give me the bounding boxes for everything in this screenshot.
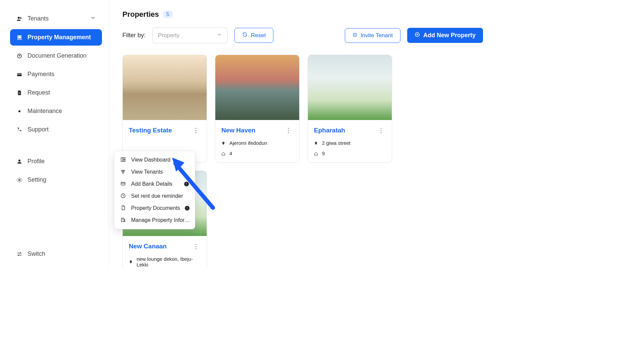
sidebar-item-label: Support xyxy=(28,126,49,133)
cm-property-documents[interactable]: Property Documents ! xyxy=(114,202,195,214)
invite-label: Invite Tenant xyxy=(361,32,393,39)
svg-point-25 xyxy=(122,172,124,173)
svg-point-13 xyxy=(18,160,20,162)
add-property-button[interactable]: Add New Property xyxy=(407,28,483,43)
sidebar-item-setting[interactable]: Setting xyxy=(10,172,102,188)
tenants-icon xyxy=(120,169,126,175)
alert-badge-icon: ! xyxy=(185,206,190,210)
svg-rect-4 xyxy=(20,36,20,37)
cm-label: Manage Property Infor… xyxy=(131,217,190,223)
sidebar-item-profile[interactable]: Profile xyxy=(10,153,102,170)
cm-view-tenants[interactable]: View Tenants xyxy=(114,166,195,178)
filter-bar: Filter by: Property Reset Invite Tenant xyxy=(122,27,483,43)
pin-icon xyxy=(221,141,226,145)
pin-icon xyxy=(129,259,133,264)
svg-point-1 xyxy=(20,17,22,19)
invite-tenant-button[interactable]: Invite Tenant xyxy=(345,28,400,43)
bank-icon xyxy=(120,181,126,187)
dropdown-placeholder: Property xyxy=(158,32,179,39)
cm-set-reminder[interactable]: Set rent due reminder xyxy=(114,190,195,202)
svg-point-0 xyxy=(18,17,20,19)
svg-rect-11 xyxy=(19,93,20,94)
property-image xyxy=(123,55,207,120)
card-menu-button[interactable]: ⋮ xyxy=(284,125,293,135)
property-name: New Haven xyxy=(221,127,255,134)
sidebar-item-label: Request xyxy=(28,89,50,96)
property-name: New Canaan xyxy=(129,243,167,250)
doc-icon xyxy=(120,205,126,211)
property-name: Testing Estate xyxy=(129,127,172,134)
sidebar: Tenants Property Management Document Gen… xyxy=(0,0,109,268)
property-filter-dropdown[interactable]: Property xyxy=(152,27,228,43)
svg-point-12 xyxy=(18,110,20,112)
property-address: new lounge dekon, Ibeju-Lekki xyxy=(137,256,201,267)
svg-point-17 xyxy=(223,142,224,143)
property-card[interactable]: Epharatah ⋮ 2 giwa street 9 xyxy=(308,55,392,163)
card-icon xyxy=(16,71,23,78)
svg-rect-6 xyxy=(20,38,20,38)
cm-label: View Tenants xyxy=(131,169,163,175)
svg-rect-3 xyxy=(18,36,19,37)
sidebar-item-label: Property Management xyxy=(28,34,91,41)
user-icon xyxy=(16,158,23,165)
document-icon xyxy=(16,53,23,59)
gear-icon xyxy=(16,177,23,183)
home-icon xyxy=(314,151,319,156)
sidebar-item-property-management[interactable]: Property Management xyxy=(10,29,102,46)
dashboard-icon xyxy=(120,157,126,163)
svg-point-24 xyxy=(123,170,125,171)
home-icon xyxy=(221,151,226,156)
cm-label: View Dashboard xyxy=(131,157,170,163)
add-label: Add New Property xyxy=(423,32,476,39)
sidebar-item-switch[interactable]: Switch xyxy=(10,246,102,262)
sidebar-item-maintenance[interactable]: Maintenance xyxy=(10,103,102,119)
filter-label: Filter by: xyxy=(122,32,146,39)
sidebar-item-document-generation[interactable]: Document Generation xyxy=(10,48,102,64)
property-units: 4 xyxy=(229,150,232,156)
file-icon xyxy=(16,89,23,96)
card-menu-button[interactable]: ⋮ xyxy=(377,125,386,135)
card-menu-button[interactable]: ⋮ xyxy=(192,125,201,135)
cm-view-dashboard[interactable]: View Dashboard xyxy=(114,154,195,166)
count-badge: 5 xyxy=(163,11,173,18)
card-menu-button[interactable]: ⋮ xyxy=(192,241,201,251)
reset-button[interactable]: Reset xyxy=(234,28,273,43)
switch-icon xyxy=(16,251,23,257)
chevron-down-icon xyxy=(90,15,96,22)
chevron-down-icon xyxy=(217,32,222,39)
property-card[interactable]: New Haven ⋮ Ajeromi ifedodun 4 xyxy=(215,55,300,163)
property-address: Ajeromi ifedodun xyxy=(229,140,267,146)
manage-icon xyxy=(120,217,126,223)
property-context-menu: View Dashboard View Tenants Add Bank Det… xyxy=(114,151,195,229)
property-units: 9 xyxy=(322,150,325,156)
svg-rect-9 xyxy=(17,74,22,74)
page-title: Properties xyxy=(122,10,159,19)
sidebar-item-request[interactable]: Request xyxy=(10,84,102,101)
sidebar-item-payments[interactable]: Payments xyxy=(10,66,102,82)
cm-label: Set rent due reminder xyxy=(131,193,183,199)
sidebar-item-label: Maintenance xyxy=(28,108,62,115)
cm-add-bank-details[interactable]: Add Bank Details ! xyxy=(114,178,195,190)
property-card[interactable]: Testing Estate ⋮ xyxy=(122,55,207,163)
clock-icon xyxy=(120,193,126,199)
page-header: Properties 5 xyxy=(122,10,483,19)
sidebar-item-support[interactable]: Support xyxy=(10,121,102,138)
plus-icon xyxy=(415,32,420,39)
svg-rect-8 xyxy=(17,73,22,76)
building-icon xyxy=(16,34,23,41)
property-image xyxy=(308,55,392,120)
svg-point-19 xyxy=(130,261,131,262)
sidebar-item-tenants[interactable]: Tenants xyxy=(10,10,102,27)
sidebar-item-label: Profile xyxy=(28,158,45,165)
reset-label: Reset xyxy=(251,32,266,39)
wrench-icon xyxy=(16,108,23,115)
cm-label: Add Bank Details xyxy=(131,181,172,187)
svg-rect-20 xyxy=(121,158,123,162)
invite-icon xyxy=(353,32,357,39)
svg-rect-21 xyxy=(123,158,125,159)
sidebar-item-label: Switch xyxy=(28,250,45,257)
cm-manage-info[interactable]: Manage Property Infor… xyxy=(114,214,195,226)
svg-point-23 xyxy=(121,170,123,171)
svg-rect-22 xyxy=(123,160,125,162)
svg-point-18 xyxy=(316,142,316,143)
